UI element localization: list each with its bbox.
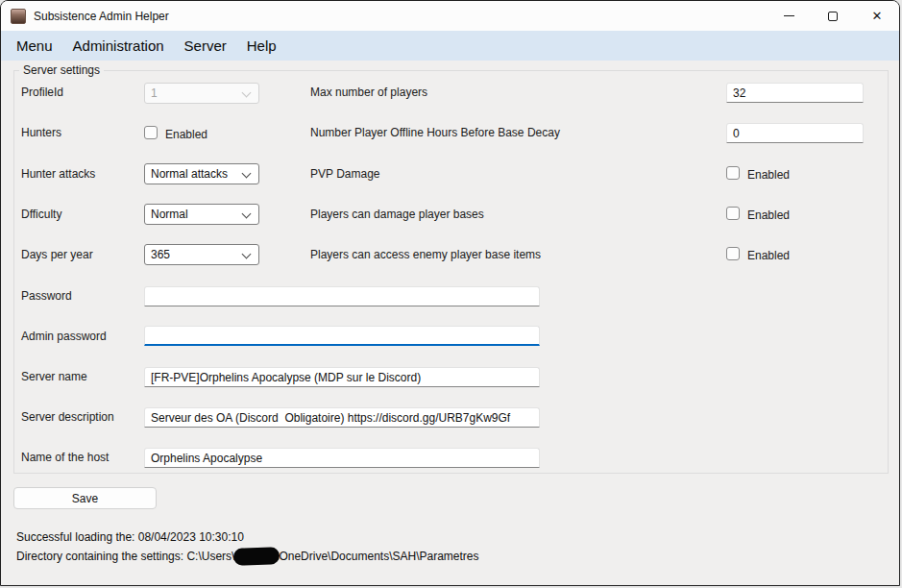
max-players-input[interactable] <box>726 83 864 103</box>
server-description-input[interactable] <box>144 407 540 428</box>
title-bar: Subsistence Admin Helper ✕ <box>1 1 899 31</box>
server-name-input[interactable] <box>144 367 540 387</box>
app-window: Subsistence Admin Helper ✕ Menu Administ… <box>0 0 900 586</box>
damage-bases-checkbox-label: Enabled <box>747 208 790 222</box>
access-enemy-items-label: Players can access enemy player base ite… <box>310 248 541 261</box>
offline-decay-label: Number Player Offline Hours Before Base … <box>310 126 560 139</box>
menu-item-menu[interactable]: Menu <box>16 37 53 54</box>
chevron-down-icon <box>242 250 252 259</box>
days-per-year-value: 365 <box>151 248 170 261</box>
days-per-year-dropdown[interactable]: 365 <box>144 244 259 265</box>
maximize-button[interactable] <box>811 1 855 31</box>
access-enemy-items-checkbox[interactable] <box>726 247 740 260</box>
offline-decay-input[interactable] <box>726 123 864 143</box>
redaction-blob <box>233 547 280 566</box>
hunters-checkbox-label: Enabled <box>165 128 207 141</box>
menu-item-administration[interactable]: Administration <box>73 37 164 54</box>
profileid-label: ProfileId <box>21 86 63 99</box>
host-name-input[interactable] <box>144 448 540 468</box>
profileid-value: 1 <box>151 86 158 100</box>
password-input[interactable] <box>144 286 540 306</box>
password-label: Password <box>21 289 72 303</box>
profileid-dropdown: 1 <box>144 83 259 104</box>
maximize-icon <box>828 12 838 21</box>
host-name-label: Name of the host <box>21 451 109 464</box>
status-directory-suffix: OneDrive\Documents\SAH\Parametres <box>279 550 478 563</box>
pvp-damage-checkbox-label: Enabled <box>747 168 790 182</box>
menu-item-server[interactable]: Server <box>184 37 227 54</box>
minimize-button[interactable] <box>767 1 811 31</box>
chevron-down-icon <box>242 169 252 179</box>
chevron-down-icon <box>242 88 252 98</box>
days-per-year-label: Days per year <box>21 248 93 261</box>
groupbox-title: Server settings <box>19 63 104 77</box>
difficulty-value: Normal <box>151 208 188 221</box>
max-players-label: Max number of players <box>310 86 427 99</box>
difficulty-dropdown[interactable]: Normal <box>144 204 259 225</box>
minimize-icon <box>784 15 794 16</box>
close-button[interactable]: ✕ <box>855 1 899 31</box>
pvp-damage-checkbox[interactable] <box>726 166 740 180</box>
admin-password-label: Admin password <box>21 330 107 343</box>
access-enemy-items-checkbox-label: Enabled <box>747 249 790 262</box>
hunters-label: Hunters <box>21 126 61 139</box>
save-button[interactable]: Save <box>13 487 157 509</box>
hunter-attacks-dropdown[interactable]: Normal attacks <box>144 163 259 184</box>
window-title: Subsistence Admin Helper <box>34 10 169 23</box>
hunter-attacks-label: Hunter attacks <box>21 167 95 181</box>
menu-bar: Menu Administration Server Help <box>1 31 899 61</box>
window-controls: ✕ <box>767 1 899 31</box>
admin-password-input[interactable] <box>144 326 540 346</box>
status-directory: Directory containing the settings: C:\Us… <box>16 548 479 565</box>
chevron-down-icon <box>242 209 252 219</box>
status-directory-prefix: Directory containing the settings: C:\Us… <box>16 550 234 563</box>
status-loading: Successful loading the: 08/04/2023 10:30… <box>16 530 244 544</box>
close-icon: ✕ <box>872 10 883 22</box>
server-description-label: Server description <box>21 410 114 424</box>
hunter-attacks-value: Normal attacks <box>151 167 228 181</box>
damage-bases-label: Players can damage player bases <box>310 208 484 221</box>
hunters-checkbox[interactable] <box>144 126 158 139</box>
menu-item-help[interactable]: Help <box>247 37 277 54</box>
app-icon <box>11 9 26 24</box>
damage-bases-checkbox[interactable] <box>726 207 740 220</box>
pvp-damage-label: PVP Damage <box>310 167 380 181</box>
difficulty-label: Dfficulty <box>21 208 61 221</box>
server-name-label: Server name <box>21 370 87 383</box>
